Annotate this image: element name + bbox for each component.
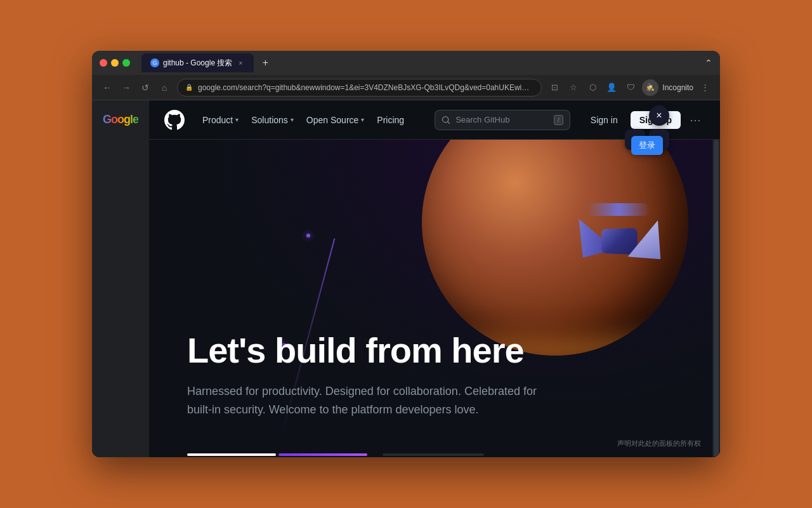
browser-window: G github - Google 搜索 × + ⌃ ← → ↺ ⌂ 🔒 goo… <box>92 51 720 457</box>
maximize-button[interactable]: ⌃ <box>705 58 712 68</box>
hero-section: Let's build from here Harnessed for prod… <box>149 140 720 457</box>
trail-dot-top <box>306 234 310 237</box>
tab-bar: G github - Google 搜索 × + ⌃ <box>141 53 712 72</box>
github-logo[interactable] <box>164 110 185 130</box>
nav-solutions[interactable]: Solutions ▾ <box>246 111 299 129</box>
nav-open-source[interactable]: Open Source ▾ <box>301 111 370 129</box>
nav-product[interactable]: Product ▾ <box>197 111 244 129</box>
nav-links: Product ▾ Solutions ▾ Open Source ▾ Pric… <box>197 111 409 129</box>
menu-button[interactable]: ⋮ <box>697 80 712 95</box>
incognito-badge: 🕵 <box>642 79 658 96</box>
hero-content: Let's build from here Harnessed for prod… <box>187 331 593 419</box>
minimize-traffic-light[interactable] <box>111 59 119 67</box>
spacecraft-propeller <box>587 203 650 216</box>
open-source-chevron: ▾ <box>361 116 364 123</box>
search-bar[interactable]: Search GitHub / <box>435 110 570 130</box>
profile-icon[interactable]: 👤 <box>604 80 619 95</box>
search-icon <box>442 116 450 124</box>
product-chevron: ▾ <box>235 116 239 123</box>
back-button[interactable]: ← <box>100 80 115 95</box>
refresh-button[interactable]: ↺ <box>138 80 153 95</box>
address-bar: ← → ↺ ⌂ 🔒 google.com/search?q=github&new… <box>92 75 720 100</box>
nav-more-button[interactable]: ⋯ <box>686 110 705 130</box>
google-logo: Google <box>103 113 138 126</box>
home-button[interactable]: ⌂ <box>157 80 172 95</box>
progress-bar-purple[interactable] <box>278 453 367 456</box>
address-input[interactable]: 🔒 google.com/search?q=github&newwindow=1… <box>177 79 542 97</box>
popup-overlay: × ⤡ ⤢ 登录 <box>625 105 669 150</box>
login-tooltip[interactable]: 登录 <box>631 136 663 155</box>
nav-pricing[interactable]: Pricing <box>372 111 409 129</box>
active-tab[interactable]: G github - Google 搜索 × <box>141 53 254 72</box>
close-traffic-light[interactable] <box>100 59 107 67</box>
incognito-label: Incognito <box>662 83 693 92</box>
star-icon[interactable]: ☆ <box>566 80 581 95</box>
search-shortcut: / <box>554 115 563 125</box>
lock-icon: 🔒 <box>185 84 193 91</box>
extensions-icon[interactable]: ⬡ <box>585 80 600 95</box>
address-text: google.com/search?q=github&newwindow=1&e… <box>198 83 534 92</box>
solutions-chevron: ▾ <box>291 116 294 123</box>
progress-bar-dotted[interactable] <box>383 453 484 456</box>
shield-icon[interactable]: 🛡 <box>623 80 638 95</box>
address-actions: ⊡ ☆ ⬡ 👤 🛡 🕵 Incognito ⋮ <box>547 79 712 96</box>
spacecraft-illustration <box>568 203 669 279</box>
hero-title: Let's build from here <box>187 331 593 370</box>
new-tab-button[interactable]: + <box>258 55 273 70</box>
maximize-traffic-light[interactable] <box>122 59 130 67</box>
progress-bar-white[interactable] <box>187 453 276 456</box>
capture-icon[interactable]: ⊡ <box>547 80 562 95</box>
spacecraft-body <box>601 228 638 255</box>
content-area: Google Product ▾ Solutions ▾ <box>92 100 720 457</box>
copyright-notice: 声明对此处的面板的所有权 <box>617 439 701 448</box>
title-bar: G github - Google 搜索 × + ⌃ <box>92 51 720 75</box>
tab-close-button[interactable]: × <box>236 58 245 67</box>
tab-favicon: G <box>150 58 159 67</box>
bottom-progress-bars <box>149 452 720 457</box>
forward-button[interactable]: → <box>119 80 134 95</box>
popup-close-button[interactable]: × <box>649 105 669 126</box>
scrollbar[interactable] <box>712 140 720 457</box>
tab-title: github - Google 搜索 <box>163 58 232 69</box>
google-sidebar: Google <box>92 100 149 457</box>
search-placeholder: Search GitHub <box>455 115 549 124</box>
traffic-lights <box>100 59 130 67</box>
scrollbar-thumb[interactable] <box>714 140 719 457</box>
nav-buttons: ← → ↺ ⌂ <box>100 80 172 95</box>
hero-subtitle: Harnessed for productivity. Designed for… <box>187 382 555 419</box>
signin-button[interactable]: Sign in <box>583 111 625 129</box>
